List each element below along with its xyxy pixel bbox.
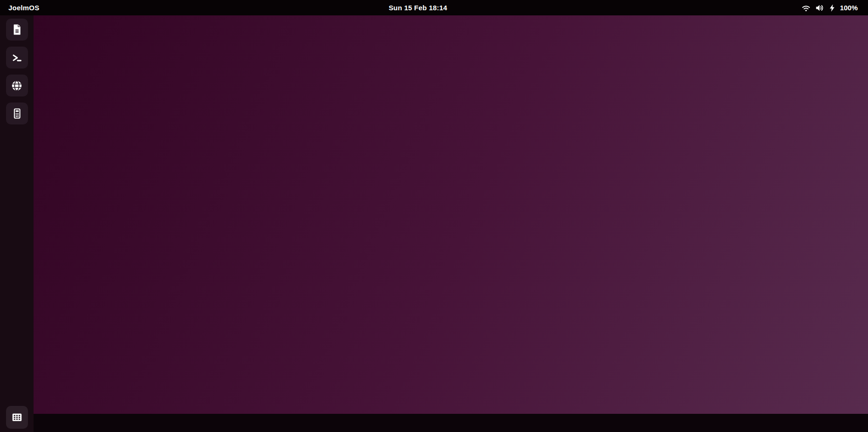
globe-icon [10,79,23,92]
apps-grid-icon [11,411,23,424]
terminal-icon [10,51,23,64]
wifi-icon [801,3,811,13]
charging-bolt-icon [828,3,836,13]
active-app-menu[interactable]: JoelmOS [8,0,39,15]
dock-item-text-editor[interactable] [6,19,28,41]
dock-item-browser[interactable] [6,75,28,96]
bottom-strip [34,414,868,432]
system-status-area[interactable]: 100% [798,0,861,15]
show-applications-button[interactable] [6,406,28,429]
volume-icon [814,3,825,13]
desktop-screen: JoelmOS Sun 15 Feb 18:14 [0,0,868,432]
dock-item-terminal[interactable] [6,47,28,69]
battery-percentage: 100% [840,4,858,12]
dock-item-calculator[interactable] [6,103,28,124]
clock-menu[interactable]: Sun 15 Feb 18:14 [384,0,452,15]
top-bar: JoelmOS Sun 15 Feb 18:14 [0,0,868,15]
desktop-wallpaper[interactable] [34,15,868,414]
document-icon [11,23,23,36]
calculator-icon [11,107,23,120]
dock [0,15,34,432]
